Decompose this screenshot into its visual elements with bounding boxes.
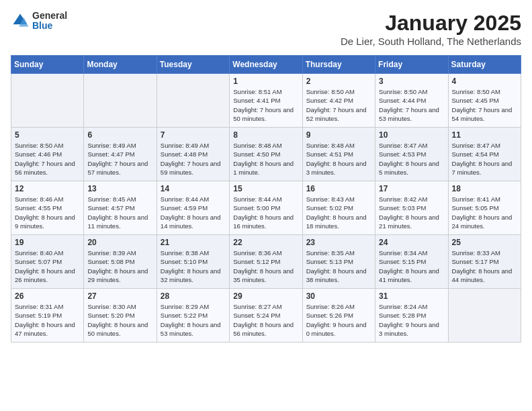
day-detail: Sunrise: 8:46 AMSunset: 4:55 PMDaylight:…: [15, 195, 75, 230]
header-thursday: Thursday: [302, 56, 375, 74]
day-detail: Sunrise: 8:41 AMSunset: 5:05 PMDaylight:…: [452, 195, 513, 230]
day-number: 29: [233, 291, 298, 301]
day-detail: Sunrise: 8:30 AMSunset: 5:20 PMDaylight:…: [87, 303, 148, 337]
calendar-cell: 13 Sunrise: 8:45 AMSunset: 4:57 PMDaylig…: [84, 181, 157, 235]
page-header: General Blue January 2025 De Lier, South…: [11, 11, 521, 47]
calendar-cell: 15 Sunrise: 8:44 AMSunset: 5:00 PMDaylig…: [230, 181, 302, 235]
header-saturday: Saturday: [448, 56, 521, 74]
day-number: 15: [233, 184, 298, 193]
day-number: 5: [15, 130, 80, 140]
day-detail: Sunrise: 8:50 AMSunset: 4:44 PMDaylight:…: [379, 88, 439, 122]
day-detail: Sunrise: 8:44 AMSunset: 5:00 PMDaylight:…: [233, 195, 294, 230]
calendar-body: 1 Sunrise: 8:51 AMSunset: 4:41 PMDayligh…: [11, 74, 521, 342]
day-number: 11: [452, 130, 517, 140]
day-detail: Sunrise: 8:50 AMSunset: 4:45 PMDaylight:…: [452, 88, 513, 122]
header-friday: Friday: [375, 56, 448, 74]
day-number: 16: [306, 184, 371, 193]
day-number: 28: [161, 291, 226, 301]
calendar-cell: 3 Sunrise: 8:50 AMSunset: 4:44 PMDayligh…: [375, 74, 448, 128]
day-detail: Sunrise: 8:47 AMSunset: 4:53 PMDaylight:…: [379, 142, 439, 176]
calendar-cell: 6 Sunrise: 8:49 AMSunset: 4:47 PMDayligh…: [84, 128, 157, 181]
day-detail: Sunrise: 8:45 AMSunset: 4:57 PMDaylight:…: [87, 195, 148, 230]
calendar-cell: 12 Sunrise: 8:46 AMSunset: 4:55 PMDaylig…: [11, 181, 84, 235]
calendar-cell: 26 Sunrise: 8:31 AMSunset: 5:19 PMDaylig…: [11, 289, 84, 342]
day-number: 1: [233, 77, 298, 86]
day-number: 23: [306, 238, 371, 247]
day-detail: Sunrise: 8:50 AMSunset: 4:46 PMDaylight:…: [15, 142, 75, 176]
day-detail: Sunrise: 8:24 AMSunset: 5:28 PMDaylight:…: [379, 303, 439, 337]
day-detail: Sunrise: 8:33 AMSunset: 5:17 PMDaylight:…: [452, 249, 513, 283]
location-title: De Lier, South Holland, The Netherlands: [341, 36, 521, 47]
day-detail: Sunrise: 8:35 AMSunset: 5:13 PMDaylight:…: [306, 249, 367, 283]
day-number: 20: [87, 238, 152, 247]
calendar-cell: 20 Sunrise: 8:39 AMSunset: 5:08 PMDaylig…: [84, 235, 157, 289]
day-detail: Sunrise: 8:39 AMSunset: 5:08 PMDaylight:…: [87, 249, 148, 283]
day-detail: Sunrise: 8:26 AMSunset: 5:26 PMDaylight:…: [306, 303, 367, 337]
logo-general-text: General: [32, 11, 67, 21]
day-detail: Sunrise: 8:50 AMSunset: 4:42 PMDaylight:…: [306, 88, 367, 122]
logo: General Blue: [11, 11, 67, 32]
calendar-cell: 4 Sunrise: 8:50 AMSunset: 4:45 PMDayligh…: [448, 74, 521, 128]
header-monday: Monday: [84, 56, 157, 74]
calendar-cell: [157, 74, 229, 128]
day-number: 3: [379, 77, 444, 86]
day-detail: Sunrise: 8:49 AMSunset: 4:47 PMDaylight:…: [87, 142, 148, 176]
calendar-cell: 5 Sunrise: 8:50 AMSunset: 4:46 PMDayligh…: [11, 128, 84, 181]
day-detail: Sunrise: 8:47 AMSunset: 4:54 PMDaylight:…: [452, 142, 513, 176]
calendar-cell: [448, 289, 521, 342]
day-number: 14: [161, 184, 226, 193]
day-detail: Sunrise: 8:48 AMSunset: 4:50 PMDaylight:…: [233, 142, 294, 176]
calendar-cell: 2 Sunrise: 8:50 AMSunset: 4:42 PMDayligh…: [302, 74, 375, 128]
calendar-week-2: 5 Sunrise: 8:50 AMSunset: 4:46 PMDayligh…: [11, 128, 521, 181]
day-number: 2: [306, 77, 371, 86]
day-number: 8: [233, 130, 298, 140]
header-tuesday: Tuesday: [157, 56, 229, 74]
calendar-table: Sunday Monday Tuesday Wednesday Thursday…: [11, 55, 521, 342]
day-detail: Sunrise: 8:44 AMSunset: 4:59 PMDaylight:…: [161, 195, 221, 230]
day-detail: Sunrise: 8:51 AMSunset: 4:41 PMDaylight:…: [233, 88, 294, 122]
day-detail: Sunrise: 8:42 AMSunset: 5:03 PMDaylight:…: [379, 195, 439, 230]
calendar-cell: 19 Sunrise: 8:40 AMSunset: 5:07 PMDaylig…: [11, 235, 84, 289]
calendar-cell: 1 Sunrise: 8:51 AMSunset: 4:41 PMDayligh…: [230, 74, 302, 128]
calendar-cell: 29 Sunrise: 8:27 AMSunset: 5:24 PMDaylig…: [230, 289, 302, 342]
day-number: 6: [87, 130, 152, 140]
month-title: January 2025: [341, 11, 521, 36]
logo-text: General Blue: [32, 11, 67, 32]
day-number: 19: [15, 238, 80, 247]
calendar-week-1: 1 Sunrise: 8:51 AMSunset: 4:41 PMDayligh…: [11, 74, 521, 128]
day-number: 22: [233, 238, 298, 247]
calendar-cell: [11, 74, 84, 128]
calendar-cell: 18 Sunrise: 8:41 AMSunset: 5:05 PMDaylig…: [448, 181, 521, 235]
day-detail: Sunrise: 8:34 AMSunset: 5:15 PMDaylight:…: [379, 249, 439, 283]
calendar-cell: 16 Sunrise: 8:43 AMSunset: 5:02 PMDaylig…: [302, 181, 375, 235]
calendar-cell: 14 Sunrise: 8:44 AMSunset: 4:59 PMDaylig…: [157, 181, 229, 235]
day-detail: Sunrise: 8:36 AMSunset: 5:12 PMDaylight:…: [233, 249, 294, 283]
calendar-cell: 9 Sunrise: 8:48 AMSunset: 4:51 PMDayligh…: [302, 128, 375, 181]
calendar-cell: 8 Sunrise: 8:48 AMSunset: 4:50 PMDayligh…: [230, 128, 302, 181]
calendar-cell: 21 Sunrise: 8:38 AMSunset: 5:10 PMDaylig…: [157, 235, 229, 289]
calendar-cell: 24 Sunrise: 8:34 AMSunset: 5:15 PMDaylig…: [375, 235, 448, 289]
day-detail: Sunrise: 8:31 AMSunset: 5:19 PMDaylight:…: [15, 303, 75, 337]
day-detail: Sunrise: 8:49 AMSunset: 4:48 PMDaylight:…: [161, 142, 221, 176]
day-number: 27: [87, 291, 152, 301]
day-detail: Sunrise: 8:43 AMSunset: 5:02 PMDaylight:…: [306, 195, 367, 230]
day-detail: Sunrise: 8:38 AMSunset: 5:10 PMDaylight:…: [161, 249, 221, 283]
logo-blue-text: Blue: [32, 21, 67, 31]
calendar-cell: [84, 74, 157, 128]
header-wednesday: Wednesday: [230, 56, 302, 74]
calendar-cell: 7 Sunrise: 8:49 AMSunset: 4:48 PMDayligh…: [157, 128, 229, 181]
calendar-cell: 11 Sunrise: 8:47 AMSunset: 4:54 PMDaylig…: [448, 128, 521, 181]
calendar-cell: 22 Sunrise: 8:36 AMSunset: 5:12 PMDaylig…: [230, 235, 302, 289]
day-number: 4: [452, 77, 517, 86]
calendar-week-3: 12 Sunrise: 8:46 AMSunset: 4:55 PMDaylig…: [11, 181, 521, 235]
calendar-cell: 25 Sunrise: 8:33 AMSunset: 5:17 PMDaylig…: [448, 235, 521, 289]
day-detail: Sunrise: 8:48 AMSunset: 4:51 PMDaylight:…: [306, 142, 367, 176]
day-number: 31: [379, 291, 444, 301]
calendar-week-4: 19 Sunrise: 8:40 AMSunset: 5:07 PMDaylig…: [11, 235, 521, 289]
day-detail: Sunrise: 8:29 AMSunset: 5:22 PMDaylight:…: [161, 303, 221, 337]
calendar-cell: 27 Sunrise: 8:30 AMSunset: 5:20 PMDaylig…: [84, 289, 157, 342]
day-number: 25: [452, 238, 517, 247]
day-detail: Sunrise: 8:40 AMSunset: 5:07 PMDaylight:…: [15, 249, 75, 283]
header-sunday: Sunday: [11, 56, 84, 74]
calendar-cell: 31 Sunrise: 8:24 AMSunset: 5:28 PMDaylig…: [375, 289, 448, 342]
